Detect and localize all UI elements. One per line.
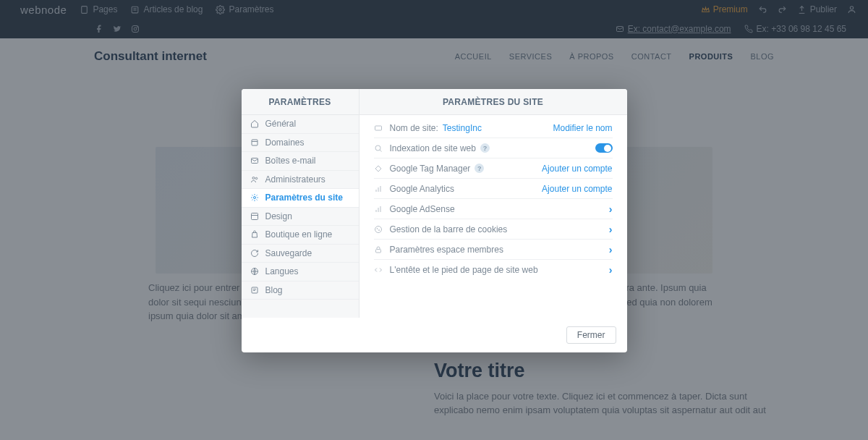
globe-icon — [250, 267, 260, 276]
sidebar-label: Paramètres du site — [265, 192, 343, 203]
settings-modal: PARAMÈTRES PARAMÈTRES DU SITE Général Do… — [242, 89, 627, 352]
row-gtm: Google Tag Manager ? Ajouter un compte — [374, 158, 613, 179]
blog-icon — [250, 285, 260, 295]
sidebar-label: Blog — [265, 285, 283, 295]
sidebar-item-languages[interactable]: Langues — [242, 263, 359, 282]
help-icon[interactable]: ? — [480, 143, 490, 153]
mail-icon — [250, 156, 260, 166]
sidebar-label: Langues — [265, 266, 299, 276]
close-button[interactable]: Fermer — [566, 326, 616, 344]
sidebar-item-email[interactable]: Boîtes e-mail — [242, 152, 359, 171]
svg-point-13 — [252, 177, 255, 179]
ga-add-link[interactable]: Ajouter un compte — [542, 184, 612, 194]
settings-sidebar: Général Domaines Boîtes e-mail Administr… — [242, 115, 359, 318]
sidebar-item-general[interactable]: Général — [242, 115, 359, 134]
gtm-label: Google Tag Manager — [390, 164, 471, 174]
indexation-label: Indexation de site web — [390, 143, 476, 153]
modal-title-left: PARAMÈTRES — [242, 89, 359, 114]
svg-rect-33 — [376, 249, 381, 253]
chart-icon — [374, 204, 383, 213]
row-cookies[interactable]: Gestion de la barre de cookies › — [374, 219, 613, 240]
sidebar-item-admins[interactable]: Administrateurs — [242, 171, 359, 190]
sidebar-item-blog[interactable]: Blog — [242, 282, 359, 300]
row-adsense[interactable]: Google AdSense › — [374, 199, 613, 219]
svg-line-23 — [380, 150, 381, 151]
svg-rect-21 — [375, 126, 382, 130]
bag-icon — [250, 230, 260, 240]
sidebar-item-backup[interactable]: Sauvegarde — [242, 245, 359, 263]
edit-name-link[interactable]: Modifier le nom — [553, 123, 612, 133]
svg-point-31 — [377, 228, 378, 229]
svg-point-32 — [379, 229, 380, 230]
sitename-label: Nom de site: — [390, 123, 438, 133]
row-headerfooter[interactable]: L'entête et le pied de page de site web … — [374, 260, 613, 280]
gtm-add-link[interactable]: Ajouter un compte — [542, 164, 612, 174]
modal-title-right: PARAMÈTRES DU SITE — [359, 89, 627, 114]
sidebar-item-design[interactable]: Design — [242, 208, 359, 227]
help-icon[interactable]: ? — [475, 164, 484, 173]
chevron-right-icon: › — [609, 264, 613, 276]
design-icon — [250, 211, 260, 221]
code-icon — [374, 266, 383, 275]
sidebar-label: Design — [265, 211, 292, 221]
row-indexation: Indexation de site web ? — [374, 138, 613, 158]
sidebar-label: Général — [265, 119, 297, 129]
row-sitename: Nom de site: TestingInc Modifier le nom — [374, 115, 613, 138]
row-analytics: Google Analytics Ajouter un compte — [374, 179, 613, 199]
sidebar-label: Administrateurs — [265, 174, 326, 185]
headerfooter-label: L'entête et le pied de page de site web — [390, 265, 538, 275]
modal-overlay: PARAMÈTRES PARAMÈTRES DU SITE Général Do… — [0, 0, 868, 440]
chevron-right-icon: › — [609, 203, 613, 215]
svg-point-15 — [254, 197, 256, 199]
sidebar-item-shop[interactable]: Boutique en ligne — [242, 226, 359, 245]
svg-point-30 — [375, 226, 382, 232]
users-icon — [250, 174, 260, 184]
svg-point-14 — [255, 177, 258, 179]
home-icon — [250, 119, 260, 129]
tag-icon — [374, 164, 383, 173]
sidebar-item-site-settings[interactable]: Paramètres du site — [242, 189, 359, 208]
domain-icon — [250, 138, 260, 147]
svg-rect-10 — [252, 140, 258, 145]
lock-icon — [374, 245, 383, 254]
cookie-icon — [374, 224, 383, 234]
card-icon — [374, 123, 383, 132]
chart-icon — [374, 184, 383, 193]
sidebar-label: Boutique en ligne — [265, 229, 333, 240]
svg-point-22 — [375, 145, 380, 151]
chevron-right-icon: › — [609, 244, 613, 255]
cookies-label: Gestion de la barre de cookies — [390, 224, 508, 234]
sidebar-label: Sauvegarde — [265, 248, 312, 258]
adsense-label: Google AdSense — [390, 204, 455, 214]
refresh-icon — [250, 248, 260, 258]
sidebar-label: Domaines — [265, 138, 305, 148]
sidebar-item-domains[interactable]: Domaines — [242, 134, 359, 153]
indexation-toggle[interactable] — [595, 143, 613, 153]
row-members[interactable]: Paramètres espace membres › — [374, 240, 613, 260]
sitename-value: TestingInc — [443, 123, 482, 133]
gear-icon — [250, 193, 260, 203]
ga-label: Google Analytics — [390, 184, 454, 194]
search-icon — [374, 143, 383, 153]
members-label: Paramètres espace membres — [390, 245, 503, 255]
chevron-right-icon: › — [609, 224, 613, 235]
sidebar-label: Boîtes e-mail — [265, 156, 316, 166]
svg-rect-16 — [252, 213, 258, 219]
settings-panel: Nom de site: TestingInc Modifier le nom … — [359, 115, 627, 318]
